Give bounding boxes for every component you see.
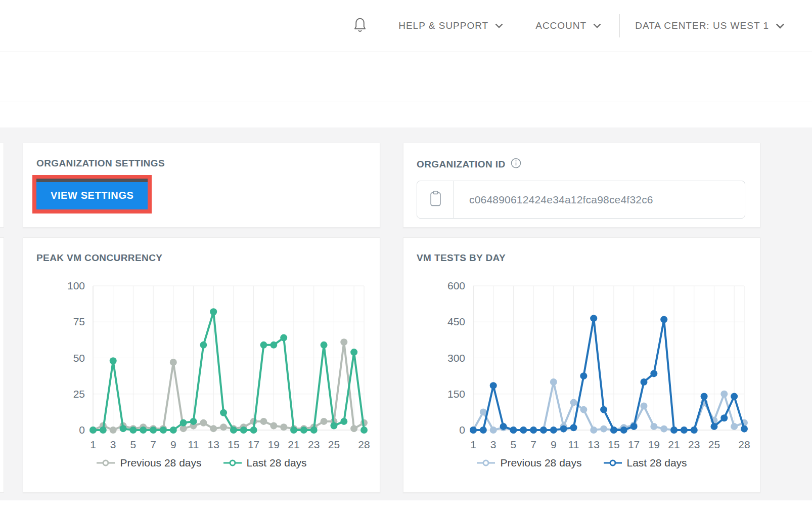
legend-item[interactable]: Previous 28 days [476,457,581,469]
svg-text:13: 13 [208,439,219,450]
svg-text:19: 19 [268,439,280,450]
peak-vm-concurrency-card: PEAK VM CONCURRENCY 02550751001357911131… [23,237,380,493]
svg-text:9: 9 [170,439,176,450]
organization-id-value[interactable]: c064890612424e34a12fca98ce4f32c6 [454,181,745,218]
vm-tests-by-day-title: VM TESTS BY DAY [403,238,760,264]
svg-text:28: 28 [738,439,750,450]
legend-item[interactable]: Last 28 days [603,457,687,469]
legend-label: Previous 28 days [120,457,201,469]
nav-divider [619,14,620,37]
svg-text:5: 5 [130,439,137,450]
svg-text:3: 3 [490,439,497,450]
svg-text:19: 19 [648,439,660,450]
svg-text:9: 9 [551,439,557,450]
legend-label: Last 28 days [627,457,687,469]
svg-text:100: 100 [67,280,85,291]
svg-text:25: 25 [708,439,720,450]
top-navigation: HELP & SUPPORT ACCOUNT DATA CENTER: US W… [0,0,812,52]
notifications-button[interactable] [353,17,367,35]
svg-text:23: 23 [308,439,320,450]
legend-label: Last 28 days [247,457,307,469]
svg-text:23: 23 [688,439,700,450]
svg-text:1: 1 [90,439,96,450]
organization-settings-card: ORGANIZATION SETTINGS VIEW SETTINGS [23,143,380,228]
svg-text:75: 75 [73,316,85,327]
clipboard-icon [429,190,442,209]
vm-tests-by-day-chart: 015030045060013579111315171921232528 [417,272,750,454]
svg-text:7: 7 [150,439,156,450]
legend-item[interactable]: Last 28 days [223,457,307,469]
data-center-menu[interactable]: DATA CENTER: US WEST 1 [635,20,785,31]
help-support-label: HELP & SUPPORT [398,20,488,31]
peak-vm-concurrency-title: PEAK VM CONCURRENCY [23,238,380,264]
help-support-menu[interactable]: HELP & SUPPORT [398,20,503,31]
clipped-card-left-edge [0,237,4,493]
svg-text:17: 17 [628,439,640,450]
svg-text:7: 7 [530,439,536,450]
svg-text:600: 600 [447,280,465,291]
svg-text:17: 17 [248,439,259,450]
page-bottom [0,500,812,512]
svg-text:25: 25 [328,439,340,450]
svg-text:15: 15 [608,439,619,450]
svg-text:21: 21 [668,439,680,450]
organization-id-field: c064890612424e34a12fca98ce4f32c6 [417,181,745,219]
svg-text:15: 15 [228,439,239,450]
annotation-dark-edge [36,179,148,182]
svg-text:25: 25 [73,388,85,400]
bell-icon [353,17,367,35]
sub-header-band-2 [0,102,812,127]
chevron-down-icon [776,23,785,29]
legend-marker-icon [223,459,242,466]
svg-text:150: 150 [447,388,465,400]
account-label: ACCOUNT [535,20,587,31]
legend-item[interactable]: Previous 28 days [96,457,201,469]
svg-text:13: 13 [588,439,600,450]
annotation-highlight-box: VIEW SETTINGS [32,175,152,214]
svg-text:1: 1 [470,439,476,450]
organization-settings-title: ORGANIZATION SETTINGS [23,143,380,169]
organization-id-title: ORGANIZATION ID [417,159,506,170]
sub-header-band [0,52,812,102]
svg-text:0: 0 [79,424,85,436]
chevron-down-icon [495,23,503,28]
svg-text:28: 28 [358,439,370,450]
legend-marker-icon [476,459,495,466]
copy-to-clipboard-button[interactable] [417,181,454,218]
svg-text:5: 5 [511,439,517,450]
vm-tests-by-day-card: VM TESTS BY DAY 015030045060013579111315… [403,237,760,493]
legend-marker-icon [603,459,622,466]
clipped-card-left-edge [0,143,4,228]
organization-id-card: ORGANIZATION ID c064890612424e34a12fca9 [403,143,760,228]
svg-text:11: 11 [188,439,199,450]
legend-label: Previous 28 days [500,457,581,469]
chevron-down-icon [593,23,601,28]
svg-text:3: 3 [110,439,116,450]
chart-legend: Previous 28 days Last 28 days [23,457,380,469]
svg-text:300: 300 [447,352,465,364]
data-center-label: DATA CENTER: US WEST 1 [635,20,769,31]
account-menu[interactable]: ACCOUNT [535,20,601,31]
svg-text:450: 450 [447,316,465,327]
chart-legend: Previous 28 days Last 28 days [403,457,760,469]
svg-text:0: 0 [459,424,465,436]
svg-text:50: 50 [73,352,85,364]
legend-marker-icon [96,459,115,466]
svg-text:21: 21 [288,439,299,450]
svg-text:11: 11 [568,439,579,450]
peak-vm-concurrency-chart: 025507510013579111315171921232528 [36,272,370,454]
view-settings-button[interactable]: VIEW SETTINGS [36,182,148,209]
info-icon[interactable] [511,158,521,170]
dashboard-content: ORGANIZATION SETTINGS VIEW SETTINGS ORGA… [0,127,812,500]
